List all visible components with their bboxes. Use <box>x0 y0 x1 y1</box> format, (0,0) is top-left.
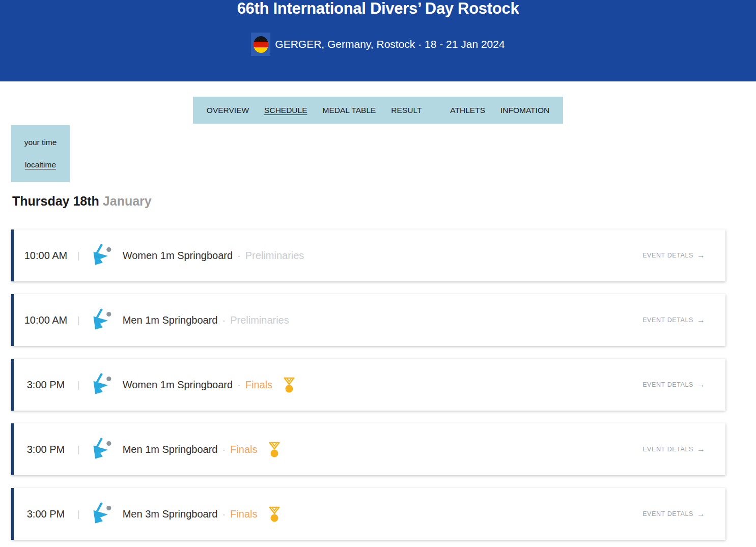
separator-dot: · <box>222 508 226 520</box>
page-title: 66th International Divers’ Day Rostock <box>0 0 756 17</box>
gold-medal-icon <box>266 505 283 523</box>
arrow-right-icon: → <box>697 509 705 519</box>
time-toggle: your time localtime <box>11 125 70 182</box>
nav-tab-schedule[interactable]: SCHEDULE <box>257 106 315 115</box>
your-time-link[interactable]: your time <box>24 138 57 147</box>
event-row: 3:00 PM | Women 1m Springboard · Finals … <box>11 359 725 411</box>
event-name: Women 1m Springboard <box>123 250 233 262</box>
event-subtitle: GERGER, Germany, Rostock · 18 - 21 Jan 2… <box>0 33 756 56</box>
arrow-right-icon: → <box>697 445 705 454</box>
event-name: Men 1m Springboard <box>123 314 218 326</box>
diver-icon <box>90 437 114 462</box>
separator-dot: · <box>237 379 241 391</box>
diver-icon <box>90 501 114 527</box>
germany-flag-icon <box>251 33 270 56</box>
diver-icon <box>90 307 114 333</box>
date-month: January <box>103 194 152 208</box>
nav-tab-medal-table[interactable]: MEDAL TABLE <box>315 106 384 115</box>
date-day: Thursday 18th <box>12 194 99 208</box>
separator-pipe: | <box>77 509 80 520</box>
separator-dot: · <box>237 250 241 262</box>
event-details-link[interactable]: EVENT DETALS → <box>642 251 705 260</box>
diver-icon <box>90 243 114 268</box>
event-time: 10:00 AM <box>19 250 72 262</box>
separator-pipe: | <box>77 250 80 261</box>
event-name: Women 1m Springboard <box>123 379 233 391</box>
event-time: 3:00 PM <box>19 379 72 391</box>
date-heading: Thursday 18th January <box>12 194 756 209</box>
event-round: Preliminaries <box>245 250 304 262</box>
event-time: 3:00 PM <box>19 444 72 455</box>
event-round: Finals <box>245 379 272 391</box>
event-row: 3:00 PM | Men 1m Springboard · Finals EV… <box>11 423 725 475</box>
header: 66th International Divers’ Day Rostock G… <box>0 0 756 81</box>
gold-medal-icon <box>281 376 297 394</box>
event-name: Men 3m Springboard <box>123 508 218 520</box>
event-details-link[interactable]: EVENT DETALS → <box>642 380 705 389</box>
main-nav: OVERVIEW SCHEDULE MEDAL TABLE RESULT ATH… <box>193 97 563 124</box>
diver-icon <box>90 372 114 397</box>
separator-dot: · <box>222 314 226 326</box>
event-round: Finals <box>230 444 257 455</box>
schedule-list: 10:00 AM | Women 1m Springboard · Prelim… <box>11 229 725 540</box>
event-time: 10:00 AM <box>19 314 72 326</box>
event-details-link[interactable]: EVENT DETALS → <box>642 445 705 454</box>
nav-tab-infomation[interactable]: INFOMATION <box>493 106 557 115</box>
event-round: Preliminaries <box>230 314 289 326</box>
location-dates: GERGER, Germany, Rostock · 18 - 21 Jan 2… <box>275 38 505 50</box>
event-time: 3:00 PM <box>19 508 72 520</box>
nav-tab-result[interactable]: RESULT <box>383 106 429 115</box>
event-row: 3:00 PM | Men 3m Springboard · Finals EV… <box>11 488 725 540</box>
event-row: 10:00 AM | Men 1m Springboard · Prelimin… <box>11 294 725 346</box>
event-details-link[interactable]: EVENT DETALS → <box>642 509 705 519</box>
separator-pipe: | <box>77 315 80 326</box>
event-row: 10:00 AM | Women 1m Springboard · Prelim… <box>11 229 725 281</box>
separator-pipe: | <box>77 380 80 390</box>
gold-medal-icon <box>266 441 283 458</box>
arrow-right-icon: → <box>697 251 705 260</box>
event-name: Men 1m Springboard <box>123 444 218 455</box>
separator-pipe: | <box>77 444 80 455</box>
event-round: Finals <box>230 508 257 520</box>
arrow-right-icon: → <box>697 380 705 389</box>
event-details-link[interactable]: EVENT DETALS → <box>642 315 705 325</box>
nav-tab-athlets[interactable]: ATHLETS <box>442 106 493 115</box>
arrow-right-icon: → <box>697 315 705 325</box>
localtime-link[interactable]: localtime <box>25 160 56 169</box>
nav-tab-overview[interactable]: OVERVIEW <box>199 106 257 115</box>
separator-dot: · <box>222 444 226 455</box>
